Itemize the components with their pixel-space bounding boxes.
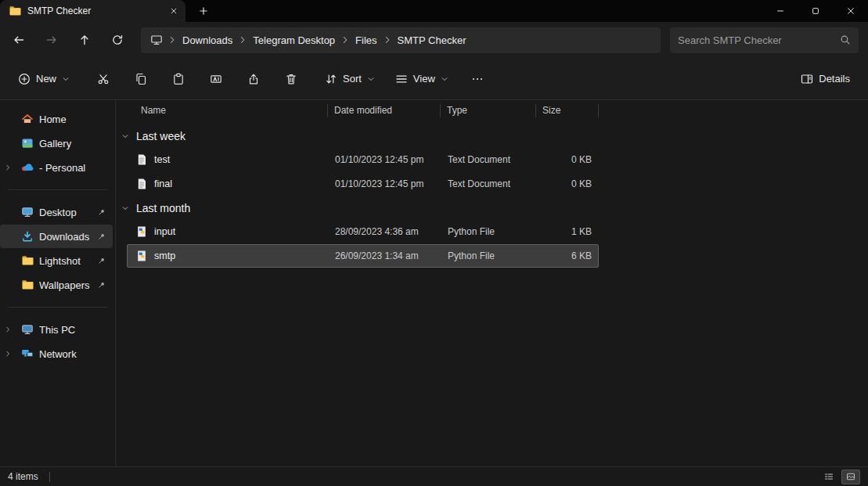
details-view-icon[interactable] [819, 470, 838, 484]
search-box[interactable] [670, 27, 859, 53]
explorer-tab[interactable]: SMTP Checker [0, 0, 185, 22]
sidebar-item-home[interactable]: Home [0, 107, 113, 131]
thumbnail-view-icon[interactable] [841, 470, 860, 484]
sidebar-item-gallery[interactable]: Gallery [0, 131, 113, 155]
python-file-icon [135, 250, 148, 262]
breadcrumb[interactable]: Downloads Telegram Desktop Files SMTP Ch… [141, 27, 661, 53]
file-name: smtp [154, 250, 175, 261]
file-row-test[interactable]: test 01/10/2023 12:45 pm Text Document 0… [127, 148, 599, 171]
file-row-smtp[interactable]: smtp 26/09/2023 1:34 am Python File 6 KB [127, 244, 599, 268]
file-row-final[interactable]: final 01/10/2023 12:45 pm Text Document … [127, 172, 599, 196]
sidebar-item-wallpapers[interactable]: Wallpapers [0, 273, 113, 297]
chevron-right-icon [383, 35, 392, 45]
pin-icon [98, 232, 106, 240]
sort-button[interactable]: Sort [318, 67, 382, 92]
sidebar-item-lightshot[interactable]: Lightshot [0, 249, 113, 272]
new-button[interactable]: New [11, 67, 77, 92]
chevron-right-icon [340, 35, 350, 45]
sidebar-item-label: Downloads [39, 231, 92, 243]
paste-icon[interactable] [163, 65, 194, 93]
forward-icon[interactable] [36, 27, 67, 53]
app-body: Home Gallery - Personal [0, 100, 868, 466]
close-icon[interactable] [833, 0, 868, 22]
folder-icon [21, 279, 34, 291]
file-type: Python File [441, 226, 537, 237]
group-header-last-month[interactable]: Last month [116, 196, 868, 220]
chevron-down-icon[interactable] [121, 132, 129, 140]
sidebar-item-downloads[interactable]: Downloads [0, 225, 113, 248]
file-list-panel: Name Date modified Type Size Last week [116, 100, 868, 466]
desktop-icon [21, 206, 34, 218]
breadcrumb-item-telegram-desktop[interactable]: Telegram Desktop [249, 32, 339, 49]
file-type: Python File [441, 250, 537, 261]
delete-icon[interactable] [276, 65, 307, 93]
sidebar-item-label: Lightshot [39, 255, 92, 267]
sidebar-item-desktop[interactable]: Desktop [0, 200, 113, 224]
title-bar: SMTP Checker [0, 0, 868, 22]
sidebar-item-network[interactable]: Network [0, 342, 113, 365]
pin-icon [98, 281, 106, 289]
file-explorer-window: SMTP Checker [0, 0, 868, 486]
onedrive-icon [21, 161, 34, 174]
column-header-name[interactable]: Name [116, 104, 328, 117]
file-size: 1 KB [537, 226, 600, 237]
column-header-date-modified[interactable]: Date modified [328, 104, 441, 117]
column-header-type[interactable]: Type [441, 104, 536, 117]
new-tab-button[interactable] [193, 2, 214, 20]
sidebar-item-onedrive-personal[interactable]: - Personal [0, 156, 113, 179]
more-icon[interactable] [462, 65, 493, 93]
this-pc-icon [21, 323, 34, 336]
minimize-icon[interactable] [762, 0, 798, 22]
chevron-down-icon [367, 75, 375, 83]
breadcrumb-item-downloads[interactable]: Downloads [178, 32, 236, 49]
downloads-icon [21, 230, 34, 243]
text-file-icon [135, 178, 148, 190]
cut-icon[interactable] [88, 65, 119, 93]
share-icon[interactable] [238, 65, 269, 93]
search-icon[interactable] [840, 34, 851, 45]
chevron-right-icon [238, 35, 247, 45]
maximize-icon[interactable] [798, 0, 833, 22]
tab-close-icon[interactable] [167, 4, 181, 18]
file-row-input[interactable]: input 28/09/2023 4:36 am Python File 1 K… [127, 220, 599, 243]
refresh-icon[interactable] [102, 27, 133, 53]
rename-icon[interactable] [200, 65, 232, 93]
search-input[interactable] [678, 34, 834, 46]
new-button-label: New [36, 73, 56, 85]
pin-icon [98, 257, 106, 265]
sidebar-item-label: Network [39, 348, 113, 360]
file-name: final [154, 178, 172, 189]
sidebar-item-label: Gallery [39, 138, 113, 149]
chevron-right-icon[interactable] [4, 164, 12, 171]
copy-icon[interactable] [125, 65, 157, 93]
column-header-size[interactable]: Size [536, 104, 599, 117]
file-size: 0 KB [537, 178, 600, 189]
home-icon [21, 113, 34, 125]
breadcrumb-item-files[interactable]: Files [351, 32, 380, 49]
details-button[interactable]: Details [794, 67, 857, 92]
layout-group: Sort View [318, 65, 493, 93]
chevron-right-icon [167, 35, 177, 45]
chevron-right-icon[interactable] [4, 326, 12, 333]
up-icon[interactable] [69, 27, 100, 53]
column-headers: Name Date modified Type Size [116, 100, 868, 121]
sort-button-label: Sort [343, 73, 362, 85]
navigation-bar: Downloads Telegram Desktop Files SMTP Ch… [0, 22, 868, 58]
pin-icon [98, 208, 106, 216]
sidebar-divider [8, 189, 107, 190]
group-header-last-week[interactable]: Last week [116, 124, 868, 148]
breadcrumb-item-smtp-checker[interactable]: SMTP Checker [394, 32, 470, 49]
this-pc-icon[interactable] [147, 34, 166, 46]
group-label: Last week [136, 130, 185, 142]
sidebar-item-this-pc[interactable]: This PC [0, 318, 113, 341]
chevron-down-icon [62, 75, 70, 83]
tab-title: SMTP Checker [27, 5, 160, 16]
view-button[interactable]: View [388, 67, 456, 92]
chevron-down-icon[interactable] [121, 204, 129, 212]
status-bar: 4 items [0, 466, 868, 486]
sidebar-item-label: Desktop [39, 207, 92, 218]
details-panel-icon [801, 73, 813, 85]
chevron-right-icon[interactable] [4, 350, 12, 358]
back-icon[interactable] [3, 27, 34, 53]
details-button-label: Details [819, 73, 850, 85]
